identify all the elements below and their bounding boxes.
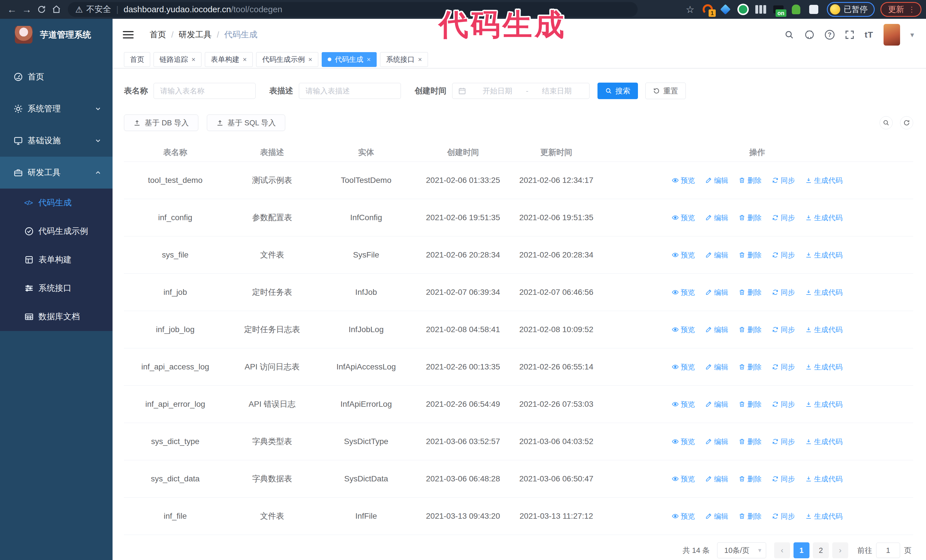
tab-close-icon[interactable]: × xyxy=(308,56,312,63)
user-menu-caret-icon[interactable]: ▾ xyxy=(910,30,914,39)
page-button[interactable]: 1 xyxy=(793,542,809,558)
action-sync-link[interactable]: 同步 xyxy=(772,175,795,186)
action-delete-link[interactable]: 删除 xyxy=(738,399,762,410)
start-date-input[interactable]: 开始日期 xyxy=(471,86,524,96)
action-preview-link[interactable]: 预览 xyxy=(672,287,695,298)
bookmark-star-icon[interactable]: ☆ xyxy=(683,4,697,15)
tab-close-icon[interactable]: × xyxy=(367,56,371,63)
user-avatar[interactable] xyxy=(884,24,900,45)
browser-reload-button[interactable] xyxy=(34,2,49,17)
action-preview-link[interactable]: 预览 xyxy=(672,473,695,485)
tab-close-icon[interactable]: × xyxy=(243,56,247,63)
browser-update-button[interactable]: 更新 ⋮ xyxy=(881,2,921,17)
action-sync-link[interactable]: 同步 xyxy=(772,361,795,373)
sidebar-item[interactable]: 系统管理 xyxy=(0,93,112,125)
action-generate-code-link[interactable]: 生成代码 xyxy=(805,324,843,335)
action-sync-link[interactable]: 同步 xyxy=(772,473,795,485)
action-delete-link[interactable]: 删除 xyxy=(738,175,762,186)
font-size-icon[interactable]: tT xyxy=(865,30,873,39)
action-edit-link[interactable]: 编辑 xyxy=(705,473,728,485)
sidebar-collapse-button[interactable] xyxy=(123,31,134,38)
next-page-button[interactable]: › xyxy=(832,542,848,558)
action-sync-link[interactable]: 同步 xyxy=(772,324,795,335)
action-generate-code-link[interactable]: 生成代码 xyxy=(805,511,843,522)
import-db-button[interactable]: 基于 DB 导入 xyxy=(124,115,198,131)
sidebar-subitem[interactable]: 代码生成示例 xyxy=(0,217,112,246)
sidebar-item[interactable]: 基础设施 xyxy=(0,125,112,157)
create-time-range-picker[interactable]: 开始日期 - 结束日期 xyxy=(452,83,590,99)
breadcrumb-item[interactable]: 代码生成 xyxy=(224,29,257,41)
sidebar-item[interactable]: 首页 xyxy=(0,61,112,93)
action-generate-code-link[interactable]: 生成代码 xyxy=(805,361,843,373)
action-generate-code-link[interactable]: 生成代码 xyxy=(805,212,843,223)
extension-alien-icon[interactable] xyxy=(790,4,802,15)
reset-button[interactable]: 重置 xyxy=(645,83,686,99)
browser-back-button[interactable]: ← xyxy=(5,2,20,17)
github-icon[interactable] xyxy=(804,30,815,40)
fullscreen-icon[interactable] xyxy=(845,30,855,39)
refresh-table-button[interactable] xyxy=(900,116,913,129)
action-preview-link[interactable]: 预览 xyxy=(672,324,695,335)
action-edit-link[interactable]: 编辑 xyxy=(705,287,728,298)
extension-dark-icon[interactable]: on xyxy=(773,4,784,15)
security-label[interactable]: 不安全 xyxy=(86,4,111,15)
action-generate-code-link[interactable]: 生成代码 xyxy=(805,399,843,410)
action-generate-code-link[interactable]: 生成代码 xyxy=(805,249,843,261)
extension-columns-icon[interactable] xyxy=(755,4,766,15)
profile-paused-badge[interactable]: 已暂停 xyxy=(827,2,875,17)
action-preview-link[interactable]: 预览 xyxy=(672,212,695,223)
action-edit-link[interactable]: 编辑 xyxy=(705,175,728,186)
help-icon[interactable]: ? xyxy=(825,30,835,39)
action-sync-link[interactable]: 同步 xyxy=(772,511,795,522)
goto-page-input[interactable] xyxy=(876,543,900,558)
action-edit-link[interactable]: 编辑 xyxy=(705,324,728,335)
tab-item[interactable]: 代码生成示例× xyxy=(256,52,318,67)
browser-home-button[interactable] xyxy=(49,2,64,17)
extensions-puzzle-icon[interactable] xyxy=(808,4,819,15)
action-preview-link[interactable]: 预览 xyxy=(672,399,695,410)
end-date-input[interactable]: 结束日期 xyxy=(530,86,584,96)
action-delete-link[interactable]: 删除 xyxy=(738,473,762,485)
tab-item[interactable]: 系统接口× xyxy=(380,52,428,67)
action-delete-link[interactable]: 删除 xyxy=(738,212,762,223)
extension-diamond-icon[interactable] xyxy=(720,4,731,15)
action-preview-link[interactable]: 预览 xyxy=(672,436,695,447)
sidebar-subitem[interactable]: 系统接口 xyxy=(0,274,112,302)
page-button[interactable]: 2 xyxy=(813,542,829,558)
action-delete-link[interactable]: 删除 xyxy=(738,324,762,335)
tab-close-icon[interactable]: × xyxy=(191,56,195,63)
action-sync-link[interactable]: 同步 xyxy=(772,436,795,447)
action-preview-link[interactable]: 预览 xyxy=(672,175,695,186)
tab-close-icon[interactable]: × xyxy=(418,56,422,63)
action-preview-link[interactable]: 预览 xyxy=(672,511,695,522)
sidebar-logo[interactable]: 芋道管理系统 xyxy=(0,19,112,51)
import-sql-button[interactable]: 基于 SQL 导入 xyxy=(207,115,286,131)
action-edit-link[interactable]: 编辑 xyxy=(705,399,728,410)
tab-item[interactable]: 链路追踪× xyxy=(154,52,201,67)
action-edit-link[interactable]: 编辑 xyxy=(705,212,728,223)
search-button[interactable]: 搜索 xyxy=(598,83,638,99)
action-preview-link[interactable]: 预览 xyxy=(672,361,695,373)
prev-page-button[interactable]: ‹ xyxy=(774,542,790,558)
action-delete-link[interactable]: 删除 xyxy=(738,361,762,373)
tab-item[interactable]: 首页 xyxy=(124,52,150,67)
action-generate-code-link[interactable]: 生成代码 xyxy=(805,436,843,447)
action-delete-link[interactable]: 删除 xyxy=(738,249,762,261)
action-sync-link[interactable]: 同步 xyxy=(772,287,795,298)
action-edit-link[interactable]: 编辑 xyxy=(705,361,728,373)
browser-menu-icon[interactable]: ⋮ xyxy=(908,5,915,14)
action-edit-link[interactable]: 编辑 xyxy=(705,249,728,261)
extension-green-circle-icon[interactable] xyxy=(737,4,749,15)
tab-item[interactable]: 代码生成× xyxy=(322,52,377,67)
action-edit-link[interactable]: 编辑 xyxy=(705,436,728,447)
sidebar-subitem[interactable]: 表单构建 xyxy=(0,246,112,274)
tab-item[interactable]: 表单构建× xyxy=(205,52,253,67)
sidebar-subitem[interactable]: </>代码生成 xyxy=(0,189,112,217)
breadcrumb-item[interactable]: 首页 xyxy=(150,29,166,41)
toggle-search-button[interactable] xyxy=(879,116,893,129)
table-name-input[interactable] xyxy=(154,83,256,99)
extension-orange-icon[interactable]: 1 xyxy=(702,4,713,15)
action-sync-link[interactable]: 同步 xyxy=(772,249,795,261)
action-generate-code-link[interactable]: 生成代码 xyxy=(805,473,843,485)
action-delete-link[interactable]: 删除 xyxy=(738,511,762,522)
